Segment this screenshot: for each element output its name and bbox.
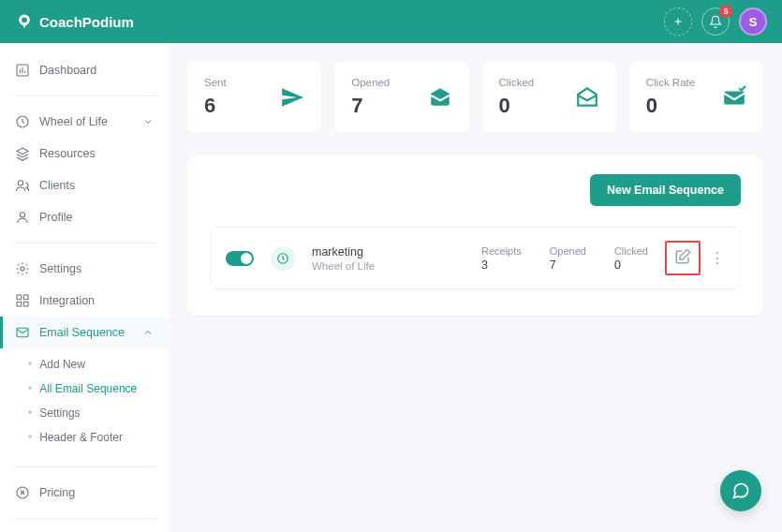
sidebar-item-clients[interactable]: Clients <box>0 170 169 201</box>
stat-label: Click Rate <box>646 77 695 88</box>
sidebar-item-resources[interactable]: Resources <box>0 138 169 170</box>
svg-rect-8 <box>23 295 28 300</box>
logo-icon <box>15 12 34 31</box>
add-button[interactable] <box>664 7 692 36</box>
chat-fab[interactable] <box>720 470 761 511</box>
sidebar-item-dashboard[interactable]: Dashboard <box>0 54 169 86</box>
stats-row: Sent 6 Opened 7 Clicked 0 <box>187 62 763 133</box>
notifications-button[interactable]: 5 <box>701 7 730 36</box>
sub-add-new[interactable]: Add New <box>0 352 169 377</box>
svg-rect-7 <box>17 295 22 300</box>
clock-icon <box>15 114 30 129</box>
sequence-panel: New Email Sequence marketing Wheel of Li… <box>187 155 763 316</box>
send-icon <box>280 85 304 110</box>
mail-check-icon <box>722 85 746 110</box>
gear-icon <box>15 261 30 276</box>
divider <box>13 466 155 467</box>
tag-icon <box>15 485 30 500</box>
stat-click-rate: Click Rate 0 <box>629 62 763 133</box>
sub-settings[interactable]: Settings <box>0 401 169 425</box>
stat-value: 7 <box>351 94 390 118</box>
sub-all-email-sequence[interactable]: All Email Sequence <box>0 377 169 401</box>
sequence-stats: Receipts 3 Opened 7 Clicked 0 <box>481 245 648 272</box>
brand-name: CoachPodium <box>39 14 134 30</box>
inbox-icon <box>428 85 452 110</box>
sidebar-item-profile[interactable]: Profile <box>0 201 169 233</box>
clicked-value: 0 <box>614 259 648 272</box>
bell-icon <box>709 15 722 28</box>
avatar[interactable]: S <box>739 7 767 36</box>
plus-icon <box>672 16 684 27</box>
svg-rect-15 <box>724 92 745 105</box>
clock-icon <box>276 252 289 265</box>
header: CoachPodium 5 S <box>0 0 782 43</box>
svg-point-4 <box>18 181 22 185</box>
svg-rect-9 <box>17 302 22 306</box>
chevron-up-icon <box>142 327 154 338</box>
stat-sent: Sent 6 <box>187 62 321 133</box>
stat-label: Sent <box>204 77 227 88</box>
clicked-label: Clicked <box>614 245 648 257</box>
divider <box>13 518 155 519</box>
more-button[interactable]: ⋮ <box>710 251 725 266</box>
users-icon <box>15 178 30 193</box>
brand-logo[interactable]: CoachPodium <box>15 12 134 31</box>
divider <box>13 96 155 96</box>
sequence-type-icon <box>271 246 295 271</box>
receipts-label: Receipts <box>481 245 522 257</box>
stat-value: 6 <box>204 94 227 118</box>
opened-label: Opened <box>550 245 586 257</box>
svg-point-5 <box>20 213 24 217</box>
svg-point-6 <box>21 267 24 271</box>
sequence-toggle[interactable] <box>226 251 254 266</box>
notif-badge: 5 <box>719 5 732 18</box>
open-mail-icon <box>575 85 599 110</box>
chat-icon <box>731 481 750 500</box>
sidebar-item-feature-request[interactable]: Feature Request <box>0 528 169 532</box>
svg-rect-10 <box>23 302 28 306</box>
sequence-row: marketing Wheel of Life Receipts 3 Opene… <box>210 227 741 289</box>
sequence-actions: ⋮ <box>665 241 725 275</box>
receipts-value: 3 <box>481 259 522 272</box>
sidebar: Dashboard Wheel of Life Resources Client… <box>0 43 169 532</box>
sidebar-item-wheel[interactable]: Wheel of Life <box>0 106 169 138</box>
stat-value: 0 <box>499 94 535 118</box>
stat-opened: Opened 7 <box>334 62 468 133</box>
mail-icon <box>15 325 30 340</box>
sub-header-footer[interactable]: Header & Footer <box>0 425 169 450</box>
email-sequence-submenu: Add New All Email Sequence Settings Head… <box>0 348 169 457</box>
sidebar-item-integration[interactable]: Integration <box>0 285 169 317</box>
edit-highlight <box>665 241 701 275</box>
edit-button[interactable] <box>674 248 691 265</box>
sidebar-item-settings[interactable]: Settings <box>0 253 169 285</box>
integration-icon <box>15 293 30 308</box>
sidebar-item-pricing[interactable]: Pricing <box>0 477 169 509</box>
svg-rect-11 <box>17 328 28 336</box>
stat-value: 0 <box>646 94 695 118</box>
sidebar-item-email-sequence[interactable]: Email Sequence <box>0 317 169 348</box>
chevron-down-icon <box>142 116 154 127</box>
main-content: Sent 6 Opened 7 Clicked 0 <box>169 43 782 532</box>
sequence-type: Wheel of Life <box>312 260 465 272</box>
dashboard-icon <box>15 63 30 78</box>
stat-label: Clicked <box>499 77 535 88</box>
stat-clicked: Clicked 0 <box>482 62 616 133</box>
opened-value: 7 <box>550 259 586 272</box>
divider <box>13 243 155 244</box>
sequence-info: marketing Wheel of Life <box>312 245 465 272</box>
svg-point-1 <box>22 17 27 22</box>
layers-icon <box>15 146 30 161</box>
new-email-sequence-button[interactable]: New Email Sequence <box>590 174 741 206</box>
header-actions: 5 S <box>664 7 767 36</box>
user-icon <box>15 210 30 225</box>
stat-label: Opened <box>351 77 390 88</box>
sequence-name: marketing <box>312 245 465 259</box>
